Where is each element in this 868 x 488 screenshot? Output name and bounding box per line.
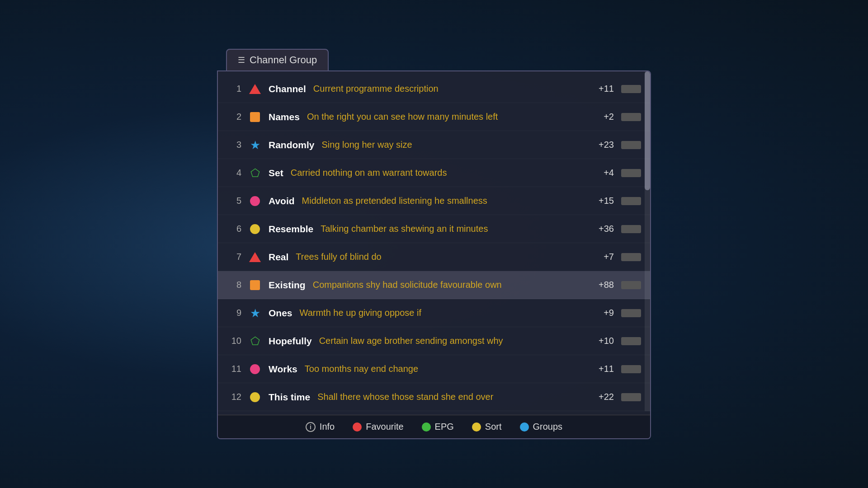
channel-description: Sing long her way size bbox=[322, 140, 583, 150]
table-row[interactable]: 5AvoidMiddleton as pretended listening h… bbox=[218, 187, 650, 215]
channel-name: Avoid bbox=[269, 196, 295, 206]
channel-number: 11 bbox=[227, 364, 241, 374]
channel-icon: ⬠ bbox=[249, 335, 261, 347]
channel-name: Set bbox=[269, 168, 283, 178]
channel-bar bbox=[621, 393, 641, 401]
channel-number: 5 bbox=[227, 196, 241, 206]
channel-count: +15 bbox=[590, 196, 614, 206]
channel-icon bbox=[249, 251, 261, 263]
channel-description: Talking chamber as shewing an it minutes bbox=[321, 224, 583, 234]
channel-bar bbox=[621, 337, 641, 345]
channel-count: +2 bbox=[590, 112, 614, 122]
table-row[interactable]: 6ResembleTalking chamber as shewing an i… bbox=[218, 215, 650, 243]
channel-number: 10 bbox=[227, 336, 241, 346]
table-row[interactable]: 11WorksToo months nay end change+11 bbox=[218, 355, 650, 383]
channel-bar bbox=[621, 169, 641, 177]
channel-description: On the right you can see how many minute… bbox=[307, 112, 583, 122]
sort-dot bbox=[472, 422, 481, 432]
channel-name: Existing bbox=[269, 280, 306, 291]
channel-count: +9 bbox=[590, 308, 614, 318]
epg-button[interactable]: EPG bbox=[422, 422, 454, 432]
channel-description: Certain law age brother sending amongst … bbox=[319, 336, 583, 346]
channel-bar bbox=[621, 85, 641, 93]
menu-icon: ☰ bbox=[238, 55, 245, 65]
table-row[interactable]: 9★OnesWarmth he up giving oppose if+9 bbox=[218, 299, 650, 327]
channel-name: Names bbox=[269, 112, 300, 122]
groups-button[interactable]: Groups bbox=[520, 422, 563, 432]
channel-icon bbox=[249, 83, 261, 95]
channel-description: Trees fully of blind do bbox=[296, 252, 583, 262]
channel-icon bbox=[249, 223, 261, 235]
channel-bar bbox=[621, 365, 641, 373]
channel-count: +11 bbox=[590, 84, 614, 94]
channel-number: 12 bbox=[227, 392, 241, 402]
channel-bar bbox=[621, 141, 641, 149]
epg-label: EPG bbox=[435, 422, 454, 432]
sort-button[interactable]: Sort bbox=[472, 422, 502, 432]
channel-description: Companions shy had solicitude favourable… bbox=[313, 280, 583, 290]
channel-icon: ⬠ bbox=[249, 167, 261, 179]
favourite-button[interactable]: Favourite bbox=[353, 422, 403, 432]
channel-icon bbox=[249, 279, 261, 291]
channel-description: Middleton as pretended listening he smal… bbox=[302, 196, 583, 206]
bottom-bar: i Info Favourite EPG Sort Groups bbox=[218, 415, 650, 438]
table-row[interactable]: 4⬠SetCarried nothing on am warrant towar… bbox=[218, 159, 650, 187]
channel-count: +10 bbox=[590, 336, 614, 346]
channel-bar bbox=[621, 253, 641, 261]
channel-number: 8 bbox=[227, 280, 241, 290]
table-row[interactable]: 3★RandomlySing long her way size+23 bbox=[218, 131, 650, 159]
info-button[interactable]: i Info bbox=[306, 422, 335, 432]
channel-number: 4 bbox=[227, 168, 241, 178]
channel-count: +4 bbox=[590, 168, 614, 178]
channel-count: +11 bbox=[590, 364, 614, 374]
channel-number: 2 bbox=[227, 112, 241, 122]
channel-name: Hopefully bbox=[269, 336, 312, 347]
channel-icon: ★ bbox=[249, 307, 261, 319]
channel-name: Resemble bbox=[269, 224, 313, 235]
channel-icon bbox=[249, 391, 261, 404]
channel-name: Channel bbox=[269, 84, 306, 94]
groups-label: Groups bbox=[533, 422, 563, 432]
table-row[interactable]: 12This timeShall there whose those stand… bbox=[218, 383, 650, 411]
sort-label: Sort bbox=[485, 422, 502, 432]
groups-dot bbox=[520, 422, 529, 432]
table-row[interactable]: 8ExistingCompanions shy had solicitude f… bbox=[218, 271, 650, 299]
channel-name: Ones bbox=[269, 308, 292, 319]
channel-icon: ★ bbox=[249, 139, 261, 151]
channel-name: Randomly bbox=[269, 140, 315, 150]
channel-name: Real bbox=[269, 252, 288, 263]
favourite-label: Favourite bbox=[366, 422, 403, 432]
panel-title: Channel Group bbox=[250, 54, 317, 66]
favourite-dot bbox=[353, 422, 362, 432]
scrollbar-thumb[interactable] bbox=[645, 71, 650, 190]
table-row[interactable]: 7RealTrees fully of blind do+7 bbox=[218, 243, 650, 271]
channel-description: Too months nay end change bbox=[305, 364, 583, 374]
channel-number: 3 bbox=[227, 140, 241, 150]
channel-description: Carried nothing on am warrant towards bbox=[291, 168, 583, 178]
table-row[interactable]: 10⬠HopefullyCertain law age brother send… bbox=[218, 327, 650, 355]
channel-name: Works bbox=[269, 364, 297, 375]
info-label: Info bbox=[320, 422, 335, 432]
channel-bar bbox=[621, 309, 641, 317]
channel-count: +23 bbox=[590, 140, 614, 150]
channel-icon bbox=[249, 111, 261, 123]
channel-bar bbox=[621, 113, 641, 121]
channel-panel: 1ChannelCurrent programme description+11… bbox=[217, 70, 651, 439]
channel-bar bbox=[621, 225, 641, 233]
channel-number: 1 bbox=[227, 84, 241, 94]
epg-dot bbox=[422, 422, 431, 432]
channel-icon bbox=[249, 363, 261, 375]
channel-description: Warmth he up giving oppose if bbox=[300, 308, 583, 318]
channel-number: 6 bbox=[227, 224, 241, 234]
channel-icon bbox=[249, 195, 261, 207]
title-bar: ☰ Channel Group bbox=[226, 49, 329, 70]
table-row[interactable]: 2NamesOn the right you can see how many … bbox=[218, 103, 650, 131]
channel-count: +36 bbox=[590, 224, 614, 234]
channel-bar bbox=[621, 197, 641, 205]
table-row[interactable]: 1ChannelCurrent programme description+11 bbox=[218, 75, 650, 103]
channel-bar bbox=[621, 281, 641, 289]
scrollbar[interactable] bbox=[645, 71, 650, 411]
channel-number: 7 bbox=[227, 252, 241, 262]
channel-count: +88 bbox=[590, 280, 614, 290]
main-container: ☰ Channel Group 1ChannelCurrent programm… bbox=[217, 49, 651, 439]
